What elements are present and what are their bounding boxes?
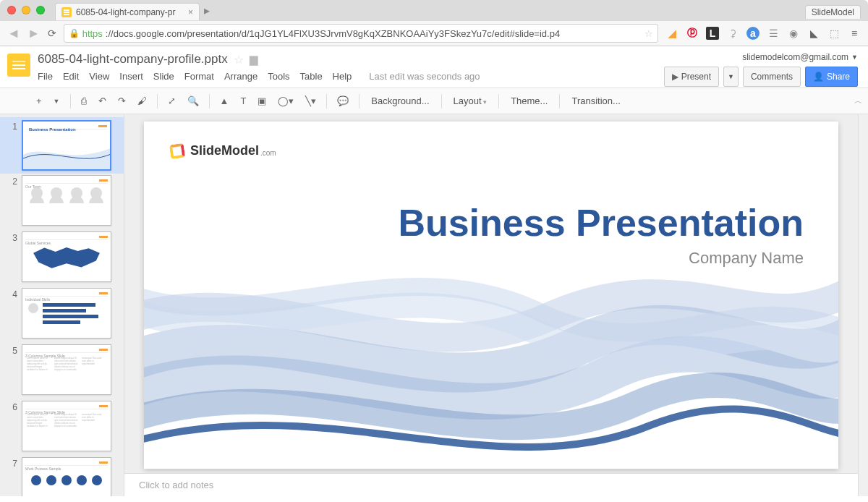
redo-icon[interactable]: ↷ (114, 93, 130, 109)
bookmark-star-icon[interactable]: ☆ (644, 28, 653, 39)
ext-brush-icon[interactable]: ⚳ (726, 27, 739, 40)
ext-shield-icon[interactable]: ⬚ (827, 27, 841, 40)
extension-panel-label[interactable]: SlideModel (805, 5, 861, 19)
vertical-scrollbar[interactable] (858, 114, 868, 496)
close-window-icon[interactable] (7, 6, 16, 14)
menu-slide[interactable]: Slide (153, 71, 174, 82)
shape-icon[interactable]: ◯▾ (273, 93, 298, 109)
slides-logo[interactable] (6, 52, 32, 87)
line-icon[interactable]: ╲▾ (301, 93, 320, 109)
notes-placeholder: Click to add notes (139, 480, 213, 490)
theme-button[interactable]: Theme... (505, 93, 553, 109)
print-icon[interactable]: ⎙ (77, 93, 91, 109)
ext-l-icon[interactable]: L (706, 27, 719, 40)
ext-analytics-icon[interactable]: ◢ (665, 27, 678, 40)
paint-format-icon[interactable]: 🖌 (133, 93, 151, 109)
browser-tab[interactable]: 6085-04-light-company-pr × (55, 3, 200, 20)
thumbnail-row[interactable]: 6 3 Columns Sample Slide Lorem ipsum dol… (0, 399, 124, 456)
maximize-window-icon[interactable] (36, 6, 45, 14)
ext-buffer-icon[interactable]: ☰ (767, 27, 780, 40)
ext-pocket-icon[interactable]: ◣ (807, 27, 820, 40)
menu-edit[interactable]: Edit (63, 71, 79, 82)
close-tab-icon[interactable]: × (188, 7, 193, 17)
thumbnail-1[interactable]: Business Presentation (22, 120, 111, 171)
fit-icon[interactable]: ⤢ (163, 93, 180, 109)
account-menu[interactable]: slidemodelcom@gmail.com ▼ (742, 52, 858, 62)
menu-bar: File Edit View Insert Slide Format Arran… (38, 67, 664, 88)
zoom-icon[interactable]: 🔍 (183, 93, 203, 109)
logo-mark-icon (169, 142, 186, 159)
layout-button[interactable]: Layout (448, 93, 493, 109)
logo-text: SlideModel (190, 143, 259, 158)
thumbnail-7[interactable]: Work Process Sample (22, 457, 111, 496)
thumbnail-4[interactable]: Individual Skills (22, 288, 111, 339)
share-button[interactable]: 👤 Share (805, 67, 858, 87)
comment-toolbar-icon[interactable]: 💬 (333, 93, 353, 109)
thumb-number: 2 (7, 175, 17, 226)
comments-label: Comments (751, 72, 793, 82)
thumb-number: 1 (7, 120, 17, 171)
comments-button[interactable]: Comments (743, 67, 801, 87)
window-controls (7, 6, 45, 14)
app-header: 6085-04-light-company-profile.pptx ☆ ▆ F… (0, 46, 868, 88)
thumbnail-row[interactable]: 2 Our Team (0, 174, 124, 230)
new-tab-icon[interactable]: ▸ (204, 4, 210, 17)
chrome-menu-icon[interactable]: ≡ (848, 27, 861, 40)
undo-icon[interactable]: ↶ (94, 93, 111, 109)
star-doc-icon[interactable]: ☆ (234, 53, 244, 67)
menu-tools[interactable]: Tools (268, 71, 289, 82)
main-area: 1 Business Presentation 2 Our Team 3 Glo… (0, 114, 868, 496)
thumbnail-3[interactable]: Global Services (22, 231, 111, 282)
thumbnail-strip[interactable]: 1 Business Presentation 2 Our Team 3 Glo… (0, 114, 124, 496)
thumb-number: 4 (7, 288, 17, 339)
present-dropdown-button[interactable]: ▼ (723, 67, 739, 87)
background-button[interactable]: Background... (365, 93, 435, 109)
menu-help[interactable]: Help (333, 71, 352, 82)
thumbnail-row[interactable]: 4 Individual Skills (0, 286, 124, 343)
present-button[interactable]: ▶ Present (664, 67, 719, 87)
speaker-notes[interactable]: Click to add notes (124, 473, 858, 496)
url-path: ://docs.google.com/presentation/d/1qJG1Y… (106, 28, 560, 39)
transition-button[interactable]: Transition... (566, 93, 626, 109)
chevron-down-icon: ▼ (851, 54, 858, 61)
canvas-area: SlideModel.com Business Presentation Com… (124, 114, 858, 496)
menu-table[interactable]: Table (300, 71, 323, 82)
thumbnail-6[interactable]: 3 Columns Sample Slide Lorem ipsum dolor… (22, 401, 111, 451)
reload-icon[interactable]: ⟳ (48, 27, 56, 39)
menu-format[interactable]: Format (184, 71, 214, 82)
chevron-down-icon: ▼ (728, 73, 734, 80)
textbox-icon[interactable]: T (236, 93, 250, 109)
thumbnail-2[interactable]: Our Team (22, 175, 111, 226)
new-slide-dropdown[interactable]: ▼ (49, 95, 64, 108)
slide-canvas[interactable]: SlideModel.com Business Presentation Com… (124, 114, 858, 473)
slide[interactable]: SlideModel.com Business Presentation Com… (144, 122, 838, 469)
thumb-number: 6 (7, 401, 17, 451)
share-label: Share (827, 72, 850, 82)
back-icon[interactable]: ◄ (7, 26, 20, 41)
move-folder-icon[interactable]: ▆ (250, 53, 258, 66)
menu-arrange[interactable]: Arrange (224, 71, 258, 82)
thumbnail-row[interactable]: 1 Business Presentation (0, 117, 124, 174)
thumbnail-row[interactable]: 5 3 Columns Sample Slide Lorem ipsum dol… (0, 343, 124, 399)
collapse-toolbar-icon[interactable]: ︿ (854, 95, 862, 106)
url-protocol: https (82, 28, 103, 39)
image-icon[interactable]: ▣ (253, 93, 271, 109)
thumbnail-5[interactable]: 3 Columns Sample Slide Lorem ipsum dolor… (22, 344, 111, 395)
thumb-number: 5 (7, 344, 17, 395)
thumb-number: 7 (7, 457, 17, 496)
ext-a-icon[interactable]: a (746, 27, 760, 40)
menu-insert[interactable]: Insert (119, 71, 143, 82)
menu-view[interactable]: View (89, 71, 109, 82)
ext-globe-icon[interactable]: ◉ (787, 27, 800, 40)
thumbnail-row[interactable]: 3 Global Services (0, 230, 124, 286)
thumbnail-row[interactable]: 7 Work Process Sample (0, 456, 124, 496)
browser-tab-bar: 6085-04-light-company-pr × ▸ SlideModel (0, 0, 868, 20)
last-edit-label[interactable]: Last edit was seconds ago (369, 71, 480, 82)
ext-pinterest-icon[interactable]: ⓟ (686, 27, 699, 40)
select-icon[interactable]: ▲ (216, 93, 234, 109)
doc-title[interactable]: 6085-04-light-company-profile.pptx (38, 52, 228, 67)
new-slide-button[interactable]: + (32, 93, 46, 109)
menu-file[interactable]: File (38, 71, 53, 82)
url-input[interactable]: 🔒 https://docs.google.com/presentation/d… (64, 24, 658, 43)
minimize-window-icon[interactable] (22, 6, 30, 14)
